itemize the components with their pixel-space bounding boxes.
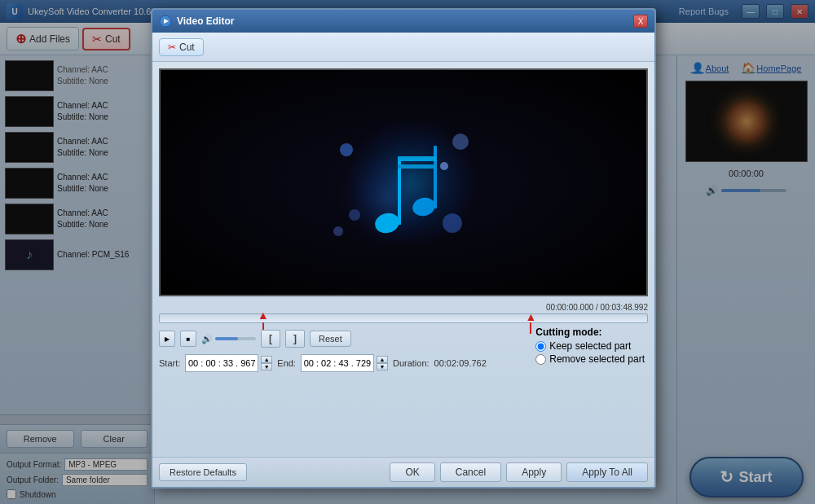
music-notes-graphic: [322, 101, 485, 264]
timeline-section: 00:00:00.000 / 00:03:48.992 ▼ ▲: [152, 303, 654, 327]
footer-action-buttons: OK Cancel Apply Apply To All: [390, 462, 648, 482]
start-time-spinner: ▲ ▼: [261, 356, 272, 370]
stop-button[interactable]: ■: [180, 331, 196, 347]
video-preview-inner: [161, 70, 646, 295]
start-time-group: ▲ ▼: [185, 354, 272, 372]
video-preview: [159, 68, 648, 296]
svg-rect-7: [434, 146, 437, 208]
video-editor-icon: [159, 15, 172, 28]
cutting-mode-panel: Cutting mode: Keep selected part Remove …: [535, 327, 645, 366]
svg-rect-8: [398, 156, 437, 161]
start-time-up[interactable]: ▲: [261, 356, 272, 363]
app-window: U UkeySoft Video Converter 10.6.0 (Lifet…: [0, 0, 815, 504]
svg-point-10: [340, 143, 353, 156]
end-label: End:: [277, 358, 296, 368]
duration-label: Duration:: [393, 358, 430, 368]
modal-title-left: Video Editor: [159, 15, 234, 28]
duration-value: 00:02:09.762: [434, 358, 487, 368]
svg-point-12: [443, 213, 462, 233]
svg-point-13: [333, 226, 343, 236]
start-label: Start:: [159, 358, 180, 368]
end-time-group: ▲ ▼: [301, 354, 388, 372]
end-time-down[interactable]: ▼: [377, 363, 388, 370]
timeline-track[interactable]: ▼ ▲: [159, 313, 648, 323]
svg-rect-9: [398, 164, 437, 169]
modal-title: Video Editor: [177, 15, 234, 27]
start-time-input[interactable]: [185, 354, 258, 372]
modal-close-button[interactable]: X: [633, 15, 648, 28]
keep-selected-row: Keep selected part: [535, 340, 645, 352]
play-button[interactable]: ▶: [159, 331, 175, 347]
keep-selected-radio[interactable]: [535, 341, 546, 352]
modal-footer: Restore Defaults OK Cancel Apply Apply T…: [152, 457, 654, 487]
end-time-input[interactable]: [301, 354, 374, 372]
modal-overlay: Video Editor X ✂ Cut: [0, 0, 815, 504]
start-time-down[interactable]: ▼: [261, 363, 272, 370]
cutting-mode-label: Cutting mode:: [535, 327, 645, 338]
restore-defaults-button[interactable]: Restore Defaults: [159, 463, 247, 481]
video-editor-modal: Video Editor X ✂ Cut: [151, 8, 656, 489]
bracket-open-button[interactable]: [: [261, 330, 280, 348]
remove-selected-row: Remove selected part: [535, 353, 645, 365]
keep-selected-label: Keep selected part: [549, 340, 631, 352]
cut-tab-label: Cut: [179, 42, 195, 53]
right-handle-arrow: ▲: [526, 311, 537, 322]
svg-point-15: [349, 209, 360, 221]
ok-button[interactable]: OK: [390, 462, 434, 482]
playback-area: ▶ ■ 🔊 [ ] Reset Cutting mode:: [152, 327, 654, 351]
volume-control: 🔊: [201, 334, 256, 344]
svg-point-11: [452, 134, 469, 150]
end-time-spinner: ▲ ▼: [377, 356, 388, 370]
volume-icon: 🔊: [201, 334, 213, 344]
time-display: 00:00:00.000 / 00:03:48.992: [159, 303, 648, 312]
svg-point-14: [440, 162, 448, 170]
cancel-button[interactable]: Cancel: [440, 462, 501, 482]
remove-selected-label: Remove selected part: [549, 353, 645, 365]
modal-title-bar: Video Editor X: [152, 10, 654, 33]
cut-tab-button[interactable]: ✂ Cut: [159, 38, 204, 56]
reset-button[interactable]: Reset: [310, 331, 351, 347]
remove-selected-radio[interactable]: [535, 354, 546, 365]
end-time-up[interactable]: ▲: [377, 356, 388, 363]
volume-bar[interactable]: [215, 337, 256, 340]
apply-to-all-button[interactable]: Apply To All: [566, 462, 648, 482]
bracket-close-button[interactable]: ]: [285, 330, 305, 348]
cut-tab-icon: ✂: [168, 42, 176, 53]
left-handle-arrow: ▼: [258, 311, 269, 322]
modal-toolbar: ✂ Cut: [152, 33, 654, 62]
apply-button[interactable]: Apply: [506, 462, 562, 482]
